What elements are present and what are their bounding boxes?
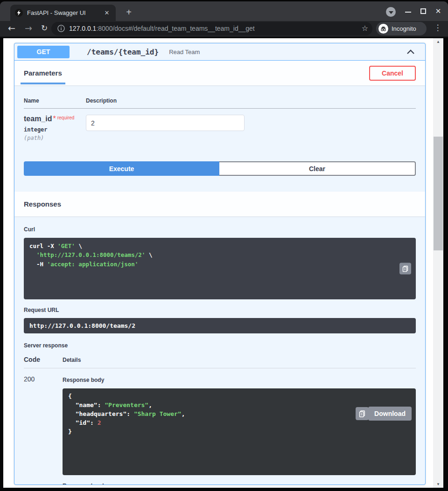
site-info-icon[interactable] [57, 25, 65, 34]
incognito-label: Incognito [392, 25, 416, 32]
parameter-name: team_id [24, 115, 52, 123]
url-input[interactable]: 127.0.0.1:8000/docs#/default/read_team_t… [51, 22, 372, 35]
url-text: 127.0.0.1:8000/docs#/default/read_team_t… [69, 25, 255, 32]
fastapi-favicon-icon [15, 9, 23, 17]
tab-parameters[interactable]: Parameters [24, 61, 62, 85]
response-body: { "name": "Preventers", "headquarters": … [63, 388, 416, 475]
parameters-table: Name Description team_id*required intege… [14, 85, 425, 141]
parameter-row: team_id*required integer (path) [24, 109, 416, 141]
get-method-badge: GET [17, 46, 70, 58]
server-response-row: 200 Response body { "name": "Preventers"… [24, 368, 416, 485]
tab-title: FastAPI - Swagger UI [27, 9, 86, 16]
column-details: Details [63, 357, 81, 363]
operation-block: GET /teams/{team_id} Read Team Parameter… [14, 43, 426, 485]
column-name: Name [24, 97, 86, 104]
parameters-table-head: Name Description [24, 97, 416, 109]
forward-icon[interactable]: → [21, 21, 35, 36]
server-response-head: Code Details [24, 356, 416, 368]
responses-section-header: Responses [14, 192, 425, 216]
scroll-down-icon[interactable]: ▼ [433, 482, 443, 486]
responses-body: Curl curl -X 'GET' \ 'http://127.0.0.1:8… [14, 216, 425, 485]
parameter-type: integer [24, 126, 86, 133]
url-host: 127.0.0.1 [69, 25, 96, 32]
minimize-button[interactable] [405, 12, 411, 13]
download-button[interactable]: Download [368, 407, 412, 421]
reload-icon[interactable]: ↻ [37, 21, 51, 36]
column-code: Code [24, 356, 63, 363]
required-star: * [53, 115, 56, 123]
parameter-location: (path) [24, 135, 86, 141]
request-url-label: Request URL [24, 307, 416, 313]
operation-path: /teams/{team_id} [87, 48, 159, 56]
curl-command: curl -X 'GET' \ 'http://127.0.0.1:8000/t… [24, 238, 416, 299]
response-headers-label: Response headers [63, 483, 416, 485]
server-response-label: Server response [24, 342, 416, 349]
browser-titlebar: FastAPI - Swagger UI ✕ + ✕ [0, 1, 448, 21]
swagger-page: GET /teams/{team_id} Read Team Parameter… [3, 38, 433, 488]
execute-button[interactable]: Execute [24, 161, 219, 176]
scrollbar-thumb[interactable] [434, 137, 443, 250]
bookmark-star-icon[interactable]: ☆ [362, 24, 368, 33]
response-status-code: 200 [24, 375, 63, 485]
parameters-section-header: Parameters Cancel [14, 61, 425, 85]
scroll-up-icon[interactable]: ▲ [433, 40, 443, 44]
new-tab-button[interactable]: + [122, 6, 135, 19]
incognito-badge: Incognito [376, 22, 427, 35]
close-window-button[interactable]: ✕ [433, 6, 443, 16]
browser-toolbar: ← → ↻ 127.0.0.1:8000/docs#/default/read_… [0, 21, 448, 37]
browser-tab[interactable]: FastAPI - Swagger UI ✕ [10, 5, 116, 21]
request-url-value: http://127.0.0.1:8000/teams/2 [24, 318, 416, 333]
team-id-input[interactable] [86, 115, 245, 131]
column-description: Description [86, 97, 117, 104]
back-icon[interactable]: ← [5, 21, 19, 36]
cancel-button[interactable]: Cancel [369, 66, 416, 81]
required-label: required [57, 115, 75, 120]
responses-title: Responses [24, 200, 61, 208]
page-scrollbar[interactable]: ▲ ▼ [433, 38, 443, 488]
browser-menu-icon[interactable]: ⋮ [432, 23, 443, 33]
copy-curl-button[interactable] [399, 263, 411, 275]
operation-summary: Read Team [169, 48, 200, 55]
tab-close-icon[interactable]: ✕ [103, 9, 111, 17]
clear-button[interactable]: Clear [219, 161, 416, 176]
execute-row: Execute Clear [14, 141, 425, 186]
maximize-button[interactable] [420, 8, 426, 14]
url-path: :8000/docs#/default/read_team_teams__tea… [96, 25, 254, 32]
incognito-icon [378, 24, 388, 34]
operation-summary-bar[interactable]: GET /teams/{team_id} Read Team [14, 43, 425, 61]
curl-label: Curl [24, 226, 35, 233]
tab-search-icon[interactable] [386, 7, 396, 17]
collapse-chevron-icon[interactable] [406, 49, 415, 55]
copy-response-button[interactable] [356, 407, 369, 420]
response-body-label: Response body [63, 377, 104, 383]
